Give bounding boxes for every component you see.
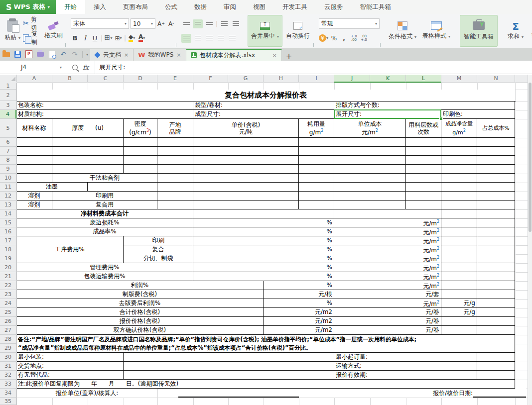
cell[interactable]: [477, 174, 515, 183]
cell-排版方式与个数:[interactable]: 排版方式与个数:: [334, 101, 515, 110]
merge-center-button[interactable]: T 合并居中 ▾: [248, 15, 282, 47]
quick-access-dropdown[interactable]: ▾: [86, 52, 88, 57]
row-header-26[interactable]: 26: [0, 317, 16, 326]
cell[interactable]: [477, 317, 515, 326]
wrap-text-button[interactable]: 自动换行: [283, 15, 312, 46]
table-style-button[interactable]: 表格样式 ▾: [420, 15, 453, 46]
chevron-down-icon[interactable]: ▾: [47, 4, 50, 9]
sum-button[interactable]: Σ 求和 ▾: [505, 15, 527, 46]
column-header-D[interactable]: D: [124, 75, 157, 82]
cell-材质结构:[interactable]: 材质结构:: [16, 110, 193, 119]
cell[interactable]: [477, 371, 515, 380]
cell-耗用量 g/m²[interactable]: 耗用量g/m2: [299, 119, 334, 138]
column-header-G[interactable]: G: [228, 75, 264, 82]
cell[interactable]: [299, 138, 334, 147]
align-top-icon[interactable]: [181, 19, 191, 28]
increase-font-button[interactable]: A+: [157, 19, 165, 28]
align-left-icon[interactable]: [181, 34, 191, 43]
row-header-25[interactable]: 25: [0, 308, 16, 317]
cell-溶剂[interactable]: 溶剂: [16, 192, 52, 201]
cell-净材料费成本合计[interactable]: 净材料费成本合计: [16, 209, 193, 218]
row-header-7[interactable]: 7: [0, 147, 16, 156]
row-header-34[interactable]: 34: [0, 389, 16, 398]
cell[interactable]: [477, 201, 515, 209]
cell-元/卷[interactable]: 元/卷: [334, 317, 441, 326]
cell[interactable]: [157, 147, 193, 156]
cell-合计价格(含税)[interactable]: 合计价格(含税): [16, 308, 264, 317]
menu-tab-智能工具箱[interactable]: 智能工具箱: [352, 0, 400, 14]
menu-tab-数据[interactable]: 数据: [186, 0, 215, 14]
cell[interactable]: [441, 192, 477, 201]
doc-tab[interactable]: 包材成本分解表.xlsx×: [186, 49, 282, 61]
cell[interactable]: [441, 272, 477, 281]
fill-color-button[interactable]: ◆▾: [128, 33, 136, 43]
cell[interactable]: [477, 326, 515, 335]
font-dialog-launcher[interactable]: [172, 43, 176, 47]
row-header-1[interactable]: 1: [0, 83, 16, 90]
row-header-28[interactable]: 28: [0, 335, 16, 344]
cell-最小起订量:[interactable]: 最小起订量:: [334, 353, 477, 362]
cell-包装名称:[interactable]: 包装名称:: [16, 101, 193, 110]
cell[interactable]: [473, 389, 526, 398]
close-icon[interactable]: ×: [124, 52, 129, 58]
cell-利润%[interactable]: 利润%: [16, 281, 264, 290]
scrollbar-thumb[interactable]: [529, 83, 532, 232]
cell[interactable]: [124, 156, 157, 165]
align-center-icon[interactable]: [193, 34, 203, 43]
percent-format-button[interactable]: %: [330, 33, 338, 43]
menu-tab-视图[interactable]: 视图: [245, 0, 274, 14]
increase-indent-icon[interactable]: [231, 19, 241, 28]
row-header-32[interactable]: 32: [0, 371, 16, 380]
cell-元/g[interactable]: 元/g: [441, 308, 477, 317]
row-header-22[interactable]: 22: [0, 281, 16, 290]
column-header-E[interactable]: E: [157, 75, 193, 82]
comma-format-button[interactable]: ,: [340, 33, 348, 43]
cell-元/m²[interactable]: 元/m2: [334, 272, 441, 281]
cell-%[interactable]: %: [193, 272, 334, 281]
cell[interactable]: [299, 201, 334, 209]
cell[interactable]: [477, 245, 515, 254]
cell[interactable]: [124, 165, 157, 174]
cell[interactable]: [441, 326, 477, 335]
row-header-20[interactable]: 20: [0, 263, 16, 272]
cell[interactable]: [441, 156, 477, 165]
cell-%[interactable]: %: [193, 236, 334, 245]
cell[interactable]: [178, 389, 299, 398]
open-file-button[interactable]: [2, 50, 10, 58]
cell[interactable]: [477, 299, 515, 308]
cell[interactable]: [299, 174, 334, 183]
cell[interactable]: [441, 236, 477, 245]
cell-复合[interactable]: 复合: [124, 245, 193, 254]
menu-tab-开始[interactable]: 开始: [56, 0, 85, 14]
row-header-21[interactable]: 21: [0, 272, 16, 281]
print-preview-button[interactable]: [48, 50, 56, 58]
row-header-16[interactable]: 16: [0, 227, 16, 236]
format-painter-button[interactable]: 格式刷: [42, 15, 64, 46]
cell[interactable]: [441, 147, 477, 156]
cell-成品净含量 g/m²[interactable]: 成品净含量g/m2: [441, 119, 477, 138]
cell[interactable]: [52, 165, 124, 174]
column-header-A[interactable]: A: [16, 75, 52, 82]
distribute-icon[interactable]: [227, 34, 237, 43]
column-header-M[interactable]: M: [441, 75, 477, 82]
cell-注:此报价单回复期限为[interactable]: 注:此报价单回复期限为 年 月 日。(逾期回传无效): [16, 380, 515, 389]
cell[interactable]: [16, 156, 52, 165]
save-button[interactable]: [13, 50, 21, 58]
cell-报价有效期:[interactable]: 报价有效期:: [334, 371, 477, 380]
align-middle-icon[interactable]: [193, 19, 203, 28]
column-header-I[interactable]: I: [299, 75, 334, 82]
cell-元/m²[interactable]: 元/m2: [334, 281, 441, 290]
cell-占总成本%[interactable]: 占总成本%: [477, 119, 515, 138]
column-header-J[interactable]: J: [334, 75, 370, 83]
cell[interactable]: [16, 174, 52, 183]
cell[interactable]: [406, 192, 441, 201]
column-header-C[interactable]: C: [88, 75, 124, 82]
cell-元/m2[interactable]: 元/m2: [264, 326, 334, 335]
cell[interactable]: [124, 138, 157, 147]
cell-成型尺寸:[interactable]: 成型尺寸:: [193, 110, 334, 119]
cell-用料层数或 次数[interactable]: 用料层数或次数: [406, 119, 441, 138]
cell-%[interactable]: %: [193, 245, 334, 254]
cell[interactable]: [406, 201, 441, 209]
select-all-corner[interactable]: [0, 75, 17, 82]
cell[interactable]: [334, 201, 406, 209]
